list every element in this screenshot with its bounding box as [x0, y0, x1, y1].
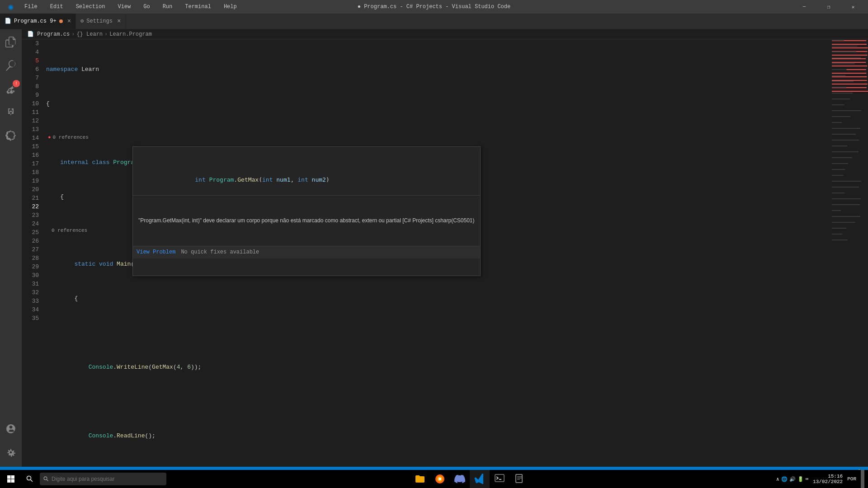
menu-view[interactable]: View	[115, 3, 133, 11]
code-line-3: namespace Learn	[46, 65, 832, 74]
settings-icon[interactable]	[0, 441, 22, 463]
clock-time: 15:16	[813, 474, 843, 479]
breadcrumb-file[interactable]: 📄 Program.cs	[27, 31, 70, 38]
clock-date: 13/02/2022	[813, 479, 843, 484]
code-line-12: Console.ReadLine();	[46, 432, 832, 440]
line-numbers: 3 4 5 6 7 8 9 10 11 12 13 14 15 16	[22, 39, 44, 467]
tray-volume: 🔊	[789, 476, 796, 482]
titlebar-controls: ─ ❐ ✕	[794, 0, 863, 14]
tab-settings-icon: ⚙	[80, 18, 84, 24]
tab-settings-label: Settings	[86, 18, 113, 24]
code-container: 3 4 5 6 7 8 9 10 11 12 13 14 15 16	[22, 39, 832, 467]
breadcrumb-class[interactable]: Learn.Program	[109, 31, 152, 38]
tabbar: 📄 Program.cs 9+ × ⚙ Settings ×	[0, 14, 868, 29]
source-control-icon[interactable]: !	[0, 78, 22, 100]
view-problem-link[interactable]: View Problem	[137, 248, 175, 257]
minimize-button[interactable]: ─	[794, 0, 815, 14]
code-line-10: Console.WriteLine(GetMax(4, 6));	[46, 363, 832, 371]
tooltip-body: "Program.GetMax(int, int)" deve declarar…	[133, 213, 480, 229]
code-line-4: {	[46, 99, 832, 108]
tooltip-header: int Program.GetMax(int num1, int num2)	[133, 164, 480, 196]
svg-line-3	[47, 479, 48, 481]
menu-run[interactable]: Run	[160, 3, 175, 11]
run-debug-icon[interactable]	[0, 102, 22, 123]
taskbar-time[interactable]: 15:16 13/02/2022	[813, 474, 843, 484]
menu-file[interactable]: File	[22, 3, 40, 11]
taskbar-terminal[interactable]	[490, 470, 509, 488]
windows-start-button[interactable]	[2, 470, 20, 488]
taskbar-search-input[interactable]	[52, 476, 156, 482]
tab-program-cs[interactable]: 📄 Program.cs 9+ ×	[0, 13, 76, 29]
tray-arrow[interactable]: ∧	[776, 476, 779, 482]
tooltip-footer: View Problem No quick fixes available	[133, 246, 480, 258]
svg-line-1	[31, 480, 33, 482]
svg-point-2	[44, 477, 47, 480]
tab-settings-close[interactable]: ×	[117, 18, 121, 25]
close-button[interactable]: ✕	[843, 0, 863, 14]
activitybar: !	[0, 29, 22, 467]
main-layout: ! 📄 Program.cs › {} Learn › Learn.Progra…	[0, 29, 868, 467]
svg-rect-9	[516, 474, 522, 483]
code-line-13: }	[46, 466, 832, 467]
activitybar-bottom	[0, 418, 22, 467]
error-dot: !	[13, 80, 20, 87]
taskbar-center	[166, 470, 774, 488]
lang-indicator[interactable]: POR	[844, 476, 859, 482]
titlebar-menu: File Edit Selection View Go Run Terminal…	[22, 3, 240, 11]
line-meta-5: ●0 references	[46, 134, 832, 141]
tab-modified-dot	[59, 19, 63, 23]
taskbar-vscode[interactable]	[470, 470, 490, 488]
taskbar-tray: ∧ 🌐 🔊 🔋 ⌨	[774, 476, 811, 482]
breadcrumb: 📄 Program.cs › {} Learn › Learn.Program	[22, 29, 868, 39]
no-fix-label: No quick fixes available	[181, 248, 259, 257]
tab-settings[interactable]: ⚙ Settings ×	[76, 13, 126, 29]
titlebar-left: ◉ File Edit Selection View Go Run Termin…	[5, 0, 240, 13]
taskbar-file-explorer[interactable]	[410, 470, 430, 488]
minimap[interactable]	[832, 39, 868, 467]
taskbar-left	[0, 470, 166, 488]
code-line-8: {	[46, 294, 832, 303]
menu-help[interactable]: Help	[221, 3, 240, 11]
tray-battery: 🔋	[797, 476, 804, 482]
taskbar-right: ∧ 🌐 🔊 🔋 ⌨ 15:16 13/02/2022 POR	[774, 470, 868, 488]
explorer-icon[interactable]	[0, 31, 22, 53]
maximize-button[interactable]: ❐	[818, 0, 839, 14]
tooltip-popup: int Program.GetMax(int num1, int num2) "…	[132, 146, 481, 276]
code-line-9	[46, 328, 832, 337]
code-line-11	[46, 397, 832, 406]
taskbar-search-box[interactable]	[40, 473, 166, 485]
taskbar: ∧ 🌐 🔊 🔋 ⌨ 15:16 13/02/2022 POR	[0, 470, 868, 488]
window-title: ● Program.cs - C# Projects - Visual Stud…	[358, 4, 510, 10]
search-taskbar[interactable]	[21, 470, 39, 488]
extensions-icon[interactable]	[0, 125, 22, 147]
svg-point-6	[439, 478, 441, 480]
tab-close-button[interactable]: ×	[67, 18, 71, 25]
code-editor[interactable]: 3 4 5 6 7 8 9 10 11 12 13 14 15 16	[22, 39, 832, 467]
menu-edit[interactable]: Edit	[47, 3, 66, 11]
taskbar-discord[interactable]	[450, 470, 470, 488]
editor-area: 📄 Program.cs › {} Learn › Learn.Program …	[22, 29, 868, 467]
breadcrumb-sep2: ›	[104, 31, 108, 38]
menu-selection[interactable]: Selection	[73, 3, 108, 11]
breadcrumb-namespace[interactable]: {} Learn	[76, 31, 103, 38]
tab-file-icon: 📄	[5, 18, 11, 24]
svg-point-0	[27, 476, 31, 480]
show-desktop[interactable]	[861, 470, 864, 488]
account-icon[interactable]	[0, 418, 22, 440]
vscode-logo: ◉	[5, 0, 17, 13]
taskbar-firefox[interactable]	[430, 470, 450, 488]
titlebar: ◉ File Edit Selection View Go Run Termin…	[0, 0, 868, 14]
taskbar-notes[interactable]	[509, 470, 529, 488]
code-lines[interactable]: namespace Learn { ●0 references internal…	[44, 39, 832, 467]
svg-rect-7	[495, 474, 504, 482]
tray-keyboard: ⌨	[806, 476, 809, 482]
tab-label: Program.cs 9+	[14, 18, 57, 24]
language-flag: POR	[847, 476, 856, 482]
menu-go[interactable]: Go	[141, 3, 152, 11]
breadcrumb-sep1: ›	[71, 31, 75, 38]
search-icon[interactable]	[0, 55, 22, 76]
tray-network: 🌐	[781, 476, 788, 482]
menu-terminal[interactable]: Terminal	[182, 3, 214, 11]
